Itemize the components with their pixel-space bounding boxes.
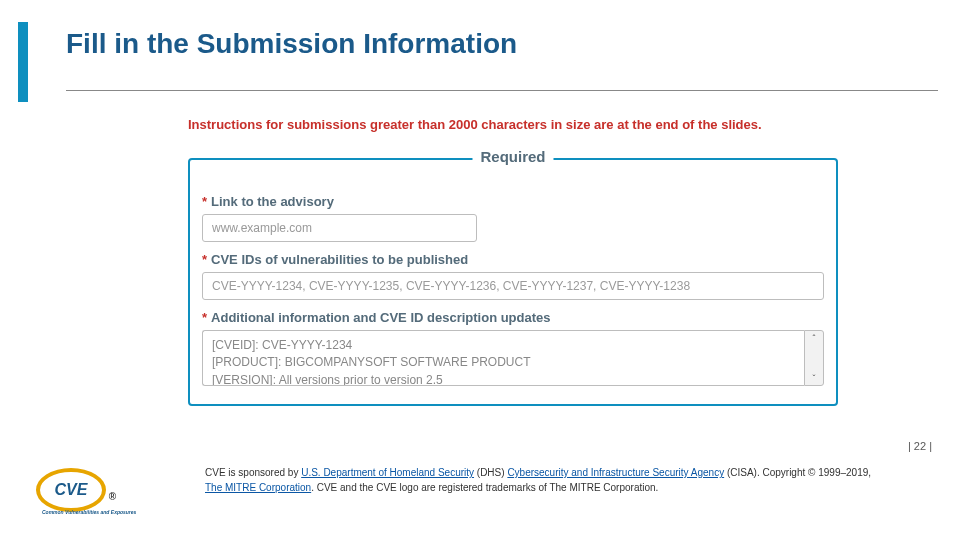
scrollbar[interactable]: ˆ ˇ (804, 330, 824, 386)
registered-icon: ® (109, 491, 116, 502)
page-number: | 22 | (908, 440, 932, 452)
scroll-up-icon[interactable]: ˆ (813, 333, 816, 343)
instructions-text: Instructions for submissions greater tha… (188, 117, 762, 132)
logo-oval: CVE ® Common Vulnerabilities and Exposur… (36, 468, 106, 512)
mitre-link[interactable]: The MITRE Corporation (205, 482, 311, 493)
divider (66, 90, 938, 91)
additional-info-label: *Additional information and CVE ID descr… (202, 310, 824, 325)
logo-text: CVE (55, 481, 88, 499)
cve-ids-input[interactable]: CVE-YYYY-1234, CVE-YYYY-1235, CVE-YYYY-1… (202, 272, 824, 300)
fieldset-legend: Required (472, 148, 553, 165)
footer-span: (CISA). Copyright © 1999–2019, (724, 467, 871, 478)
required-asterisk: * (202, 194, 207, 209)
cisa-link[interactable]: Cybersecurity and Infrastructure Securit… (507, 467, 724, 478)
label-text: Additional information and CVE ID descri… (211, 310, 550, 325)
textarea-line: [PRODUCT]: BIGCOMPANYSOFT SOFTWARE PRODU… (212, 354, 795, 371)
required-fieldset: Required *Link to the advisory www.examp… (188, 158, 838, 406)
footer-text: CVE is sponsored by U.S. Department of H… (205, 466, 932, 495)
logo-subtitle: Common Vulnerabilities and Exposures (42, 509, 136, 515)
textarea-line: [CVEID]: CVE-YYYY-1234 (212, 337, 795, 354)
footer-span: (DHS) (474, 467, 507, 478)
footer-span: CVE is sponsored by (205, 467, 301, 478)
footer: CVE ® Common Vulnerabilities and Exposur… (0, 440, 960, 540)
page-title: Fill in the Submission Information (66, 28, 517, 60)
accent-bar (18, 22, 28, 102)
label-text: CVE IDs of vulnerabilities to be publish… (211, 252, 468, 267)
label-text: Link to the advisory (211, 194, 334, 209)
footer-span: . CVE and the CVE logo are registered tr… (311, 482, 658, 493)
required-asterisk: * (202, 310, 207, 325)
additional-info-textarea[interactable]: [CVEID]: CVE-YYYY-1234 [PRODUCT]: BIGCOM… (202, 330, 824, 386)
scroll-down-icon[interactable]: ˇ (813, 373, 816, 383)
required-asterisk: * (202, 252, 207, 267)
advisory-link-label: *Link to the advisory (202, 194, 824, 209)
textarea-content[interactable]: [CVEID]: CVE-YYYY-1234 [PRODUCT]: BIGCOM… (202, 330, 804, 386)
cve-ids-label: *CVE IDs of vulnerabilities to be publis… (202, 252, 824, 267)
advisory-link-input[interactable]: www.example.com (202, 214, 477, 242)
dhs-link[interactable]: U.S. Department of Homeland Security (301, 467, 474, 478)
cve-logo: CVE ® Common Vulnerabilities and Exposur… (36, 462, 146, 517)
textarea-line: [VERSION]: All versions prior to version… (212, 372, 795, 386)
